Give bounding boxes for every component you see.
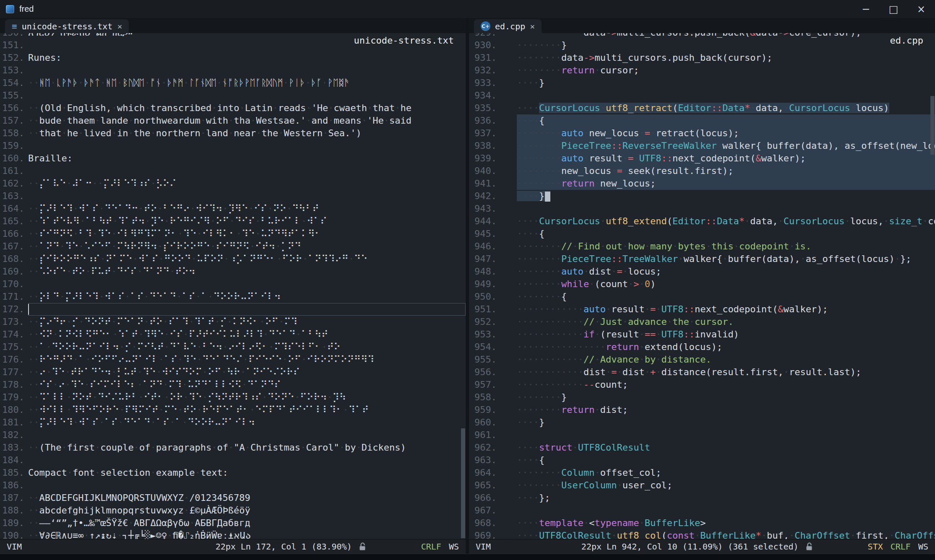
code-line[interactable]: 170. xyxy=(0,278,466,290)
code-line[interactable]: 160.Braille: xyxy=(0,152,466,165)
code-line[interactable]: 947.········PieceTree::TreeWalker·walker… xyxy=(469,253,935,265)
code-line[interactable]: 158.··that·he·lived·in·the·northern·land… xyxy=(0,127,466,140)
code-line[interactable]: 951.············auto·result·=·UTF8::next… xyxy=(469,303,935,316)
code-line[interactable]: 179.··⠩⠁⠇⠇·⠝⠕⠞·⠙⠊⠌⠥⠗⠃·⠊⠞⠂·⠕⠗·⠹⠑·⡊⠳⠝⠞⠗⠹⠰⠎… xyxy=(0,391,466,404)
code-line[interactable]: 929.············data->multi_cursors.push… xyxy=(469,33,935,39)
code-line[interactable]: 954.················return·extend(locus)… xyxy=(469,341,935,353)
code-line[interactable]: 967. xyxy=(469,504,935,517)
code-line[interactable]: 183.··(The·first·couple·of·paragraphs·of… xyxy=(0,441,466,454)
code-line[interactable]: 938.········PieceTree::ReverseTreeWalker… xyxy=(469,140,935,152)
pane-splitter[interactable] xyxy=(466,18,469,554)
code-line[interactable]: 930.········} xyxy=(469,39,935,52)
code-line[interactable]: 152.Runes: xyxy=(0,52,466,64)
left-scrollbar-thumb[interactable] xyxy=(461,428,465,538)
code-line[interactable]: 944.····CursorLocus·utf8_extend(Editor::… xyxy=(469,215,935,228)
right-scrollbar-thumb[interactable] xyxy=(930,96,935,155)
code-line[interactable]: 186. xyxy=(0,479,466,492)
tab-ed-cpp[interactable]: C+ ed.cpp × xyxy=(474,19,542,33)
code-line[interactable]: 946.········//·Find·out·how·many·bytes·t… xyxy=(469,240,935,253)
tab-unicode-stress-txt[interactable]: ≡ unicode-stress.txt × xyxy=(5,19,129,33)
right-editor-content[interactable]: 929.············data->multi_cursors.push… xyxy=(469,33,935,539)
code-line[interactable]: 969.····UTF8ColResult·utf8_col(const·Buf… xyxy=(469,529,935,539)
code-line[interactable]: 167.··⠁⠝⠙·⠹⠑·⠡⠊⠑⠋·⠍⠳⠗⠝⠻⠲·⡎⠊⠗⠕⠕⠛⠑·⠎⠊⠛⠝⠫·⠊… xyxy=(0,240,466,253)
code-line[interactable]: 964.········Column·offset_col; xyxy=(469,467,935,479)
code-line[interactable]: 953.············if·(result·==·UTF8::inva… xyxy=(469,328,935,341)
code-line[interactable]: 154.··ᚻᛖ·ᚳᚹᚫᚦ·ᚦᚫᛏ·ᚻᛖ·ᛒᚢᛞᛖ·ᚩᚾ·ᚦᚫᛗ·ᛚᚪᚾᛞᛖ·ᚾ… xyxy=(0,77,466,89)
code-line[interactable]: 935.····CursorLocus·utf8_retract(Editor:… xyxy=(469,102,935,114)
code-line[interactable]: 937.········auto·new_locus·=·retract(loc… xyxy=(469,127,935,140)
code-line[interactable]: 933.····} xyxy=(469,77,935,89)
code-text: ····} xyxy=(517,77,935,89)
left-scrollbar[interactable] xyxy=(461,33,466,539)
code-line[interactable]: 190.··∀∂∈ℝ∧∪≡∞·↑↗↨↻⇣·┐┼╔╘░►☺♀·ﬁ�⑀₂ἠḂӥẄɐː… xyxy=(0,529,466,539)
code-line[interactable]: 169.··⠡⠕⠎⠑·⠞⠕·⠏⠥⠞·⠙⠊⠎·⠙⠁⠝⠙·⠞⠕⠲ xyxy=(0,265,466,278)
minimize-button[interactable]: − xyxy=(852,0,880,18)
code-line[interactable]: 956.············dist·=·dist·+·distance(r… xyxy=(469,366,935,379)
code-line[interactable]: 952.············//·Just·advance·the·curs… xyxy=(469,316,935,328)
code-line[interactable]: 155. xyxy=(0,89,466,102)
code-line[interactable]: 962.····struct·UTF8ColResult xyxy=(469,441,935,454)
code-line[interactable]: 966.····}; xyxy=(469,492,935,504)
code-line[interactable]: 159. xyxy=(0,140,466,152)
code-line[interactable]: 172. xyxy=(0,303,466,316)
code-line[interactable]: 162.··⡌⠁⠧⠑·⠼⠁⠒··⡍⠜⠇⠑⠹⠰⠎·⡣⠕⠌ xyxy=(0,177,466,190)
code-line[interactable]: 943. xyxy=(469,202,935,215)
code-line[interactable]: 955.············//·Advance·by·distance. xyxy=(469,353,935,366)
code-line[interactable]: 958.········} xyxy=(469,391,935,404)
code-line[interactable]: 171.··⡕⠇⠙·⡍⠜⠇⠑⠹·⠺⠁⠎·⠁⠎·⠙⠑⠁⠙·⠁⠎·⠁·⠙⠕⠕⠗⠤⠝⠁… xyxy=(0,290,466,303)
code-line[interactable]: 181.··⡍⠜⠇⠑⠹·⠺⠁⠎·⠁⠎·⠙⠑⠁⠙·⠁⠎·⠁·⠙⠕⠕⠗⠤⠝⠁⠊⠇⠲ xyxy=(0,416,466,429)
code-line[interactable]: 940.········new_locus·=·seek(result.firs… xyxy=(469,165,935,177)
code-line[interactable]: 950.········{ xyxy=(469,290,935,303)
code-line[interactable]: 180.··⠺⠊⠇⠇·⠹⠻⠑⠋⠕⠗⠑·⠏⠻⠍⠊⠞·⠍⠑·⠞⠕·⠗⠑⠏⠑⠁⠞⠂·⠑… xyxy=(0,404,466,416)
code-line[interactable]: 163. xyxy=(0,190,466,202)
code-line[interactable]: 968.····template·<typename·BufferLike> xyxy=(469,517,935,529)
tab-close-icon[interactable]: × xyxy=(530,21,535,31)
code-line[interactable]: 166.··⠎⠊⠛⠝⠫·⠃⠹·⠹⠑·⠊⠇⠻⠛⠹⠍⠁⠝⠂·⠹⠑·⠊⠇⠻⠅⠂·⠹⠑·… xyxy=(0,228,466,240)
code-line[interactable]: 961. xyxy=(469,429,935,441)
code-line[interactable]: 941.········return·new_locus; xyxy=(469,177,935,190)
code-line[interactable]: 936.····{ xyxy=(469,114,935,127)
left-editor-content[interactable]: 150.እግርህን·በፍራሽህ·ልክ·ዘርጋ።151.152.Runes:153… xyxy=(0,33,466,539)
close-button[interactable]: × xyxy=(907,0,935,18)
right-scrollbar[interactable] xyxy=(930,33,935,539)
code-line[interactable]: 939.········auto·result·=·UTF8::next_cod… xyxy=(469,152,935,165)
code-line[interactable]: 173.··⡍⠔⠙⠖·⡊·⠙⠕⠝⠞·⠍⠑⠁⠝·⠞⠕·⠎⠁⠹·⠹⠁⠞·⡊·⠅⠝⠪⠂… xyxy=(0,316,466,328)
code-line[interactable]: 957.············--count; xyxy=(469,379,935,391)
code-line[interactable]: 932.········return·cursor; xyxy=(469,64,935,77)
code-line[interactable]: 165.··⠱⠁⠞⠑⠧⠻·⠁⠃⠳⠞·⠹⠁⠞⠲·⡹⠑·⠗⠑⠛⠊⠌⠻·⠕⠋·⠙⠊⠎·… xyxy=(0,215,466,228)
code-line[interactable]: 185.Compact·font·selection·example·text: xyxy=(0,467,466,479)
line-number: 963. xyxy=(469,454,497,467)
code-line[interactable]: 965.········UserColumn·user_col; xyxy=(469,479,935,492)
code-line[interactable]: 175.··⠁·⠙⠕⠕⠗⠤⠝⠁⠊⠇⠲·⡊·⠍⠊⠣⠞·⠙⠁⠧⠑·⠃⠑⠲·⠔⠊⠇⠔⠫… xyxy=(0,341,466,353)
code-line[interactable]: 157.··bude·thaem·lande·northweardum·with… xyxy=(0,114,466,127)
code-text: ········data->multi_cursors.push_back(cu… xyxy=(517,52,935,64)
code-line[interactable]: 187.··ABCDEFGHIJKLMNOPQRSTUVWXYZ·/012345… xyxy=(0,492,466,504)
code-line[interactable]: 959.········return·dist; xyxy=(469,404,935,416)
code-line[interactable]: 168.··⡎⠊⠗⠕⠕⠛⠑⠰⠎·⠝⠁⠍⠑·⠺⠁⠎·⠛⠕⠕⠙·⠥⠏⠕⠝·⠰⡡⠁⠝⠛… xyxy=(0,253,466,265)
code-line[interactable]: 934. xyxy=(469,89,935,102)
code-line[interactable]: 178.··⠊⠎·⠔·⠹⠑·⠎⠊⠍⠊⠇⠑⠆·⠁⠝⠙·⠍⠹·⠥⠝⠙⠁⠇⠇⠪⠫·⠙⠁… xyxy=(0,379,466,391)
code-line[interactable]: 948.········auto·dist·=·locus; xyxy=(469,265,935,278)
code-line[interactable]: 177.··⠔·⠹⠑·⠞⠗⠁⠙⠑⠲·⡃⠥⠞·⠹⠑·⠺⠊⠎⠙⠕⠍·⠕⠋·⠳⠗·⠁⠝… xyxy=(0,366,466,379)
code-line[interactable]: 942.····} xyxy=(469,190,935,202)
code-line[interactable]: 164.··⡍⠜⠇⠑⠹·⠺⠁⠎·⠙⠑⠁⠙⠒·⠞⠕·⠃⠑⠛⠔·⠺⠊⠹⠲·⡹⠻⠑·⠊… xyxy=(0,202,466,215)
code-line[interactable]: 184. xyxy=(0,454,466,467)
lock-open-icon[interactable] xyxy=(359,542,367,551)
code-line[interactable]: 161. xyxy=(0,165,466,177)
code-line[interactable]: 949.········while·(count·>·0) xyxy=(469,278,935,290)
code-line[interactable]: 156.··(Old·English,·which·transcribed·in… xyxy=(0,102,466,114)
code-line[interactable]: 174.··⠪⠝·⠅⠝⠪⠇⠫⠛⠑⠂·⠱⠁⠞·⠹⠻⠑·⠊⠎·⠏⠜⠞⠊⠊⠅⠥⠇⠜⠇⠹… xyxy=(0,328,466,341)
code-line[interactable]: 189.··–—‘“”„†•…‰™œŠŸž€·ΑΒΓΔΩαβγδω·АБВГДа… xyxy=(0,517,466,529)
code-line[interactable]: 931.········data->multi_cursors.push_bac… xyxy=(469,52,935,64)
maximize-button[interactable]: □ xyxy=(880,0,907,18)
title-bar[interactable]: fred − □ × xyxy=(0,0,935,18)
code-line[interactable]: 153. xyxy=(0,64,466,77)
code-line[interactable]: 960.····} xyxy=(469,416,935,429)
code-line[interactable]: 188.··abcdefghijklmnopqrstuvwxyz·£©µÀÆÖÞ… xyxy=(0,504,466,517)
code-line[interactable]: 945.····{ xyxy=(469,228,935,240)
code-line[interactable]: 176.··⠗⠑⠛⠜⠙·⠁·⠊⠕⠋⠋⠔⠤⠝⠁⠊⠇·⠁⠎·⠹⠑·⠙⠑⠁⠙⠑⠌·⠏⠊… xyxy=(0,353,466,366)
lock-open-icon[interactable] xyxy=(805,542,813,551)
code-line[interactable]: 963.····{ xyxy=(469,454,935,467)
tab-close-icon[interactable]: × xyxy=(117,21,122,31)
code-line[interactable]: 182. xyxy=(0,429,466,441)
